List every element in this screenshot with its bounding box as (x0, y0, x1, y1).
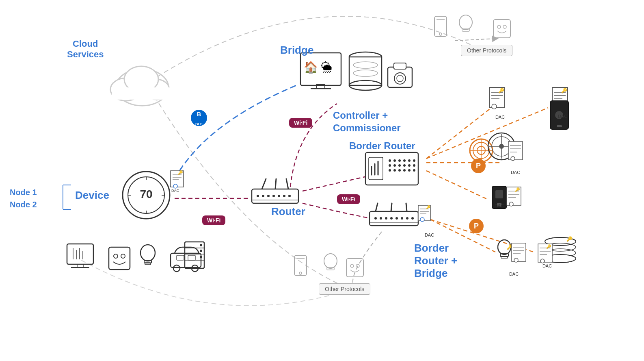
svg-text:DAC: DAC (171, 189, 179, 193)
svg-point-190 (173, 265, 180, 272)
svg-point-143 (514, 258, 518, 262)
svg-point-158 (540, 259, 545, 263)
svg-rect-137 (501, 256, 508, 258)
svg-rect-165 (493, 20, 510, 38)
svg-point-200 (200, 256, 202, 258)
monitor-device (67, 244, 93, 267)
svg-text:P: P (476, 162, 481, 170)
svg-rect-192 (177, 255, 184, 260)
svg-point-53 (389, 159, 391, 162)
wifi-badge-2: Wi·Fi (337, 194, 360, 204)
dac-doc-1: 🔑 (489, 87, 505, 109)
svg-point-55 (398, 159, 401, 162)
protocol-outlet-top (493, 20, 510, 38)
bridge-hub (349, 52, 382, 90)
svg-point-67 (398, 169, 401, 172)
svg-point-66 (393, 169, 396, 172)
svg-point-54 (393, 159, 396, 162)
svg-point-62 (403, 164, 406, 167)
svg-rect-45 (394, 63, 406, 69)
dac-label-7: DAC (422, 233, 437, 237)
svg-text:🔑: 🔑 (561, 87, 567, 94)
outlet-device (109, 247, 130, 270)
svg-point-167 (503, 25, 506, 28)
dac-doc-6: 🔑 (538, 244, 552, 263)
svg-point-198 (200, 244, 202, 246)
svg-text:B: B (197, 111, 201, 117)
svg-point-186 (140, 245, 155, 261)
svg-point-170 (299, 272, 302, 274)
svg-point-119 (499, 144, 504, 149)
dac-cert-device: DAC 🔑 (171, 170, 184, 193)
svg-line-22 (262, 179, 266, 189)
svg-rect-176 (67, 244, 93, 264)
svg-point-32 (288, 195, 291, 197)
svg-point-184 (114, 254, 118, 258)
svg-point-56 (403, 159, 406, 162)
cloud-services-label: Cloud Services (67, 39, 104, 60)
svg-line-74 (406, 203, 407, 211)
svg-point-163 (459, 15, 472, 30)
dac-label-6: DAC (507, 272, 521, 276)
svg-rect-114 (557, 125, 562, 127)
cloud-icon (110, 66, 171, 106)
svg-rect-40 (349, 57, 382, 85)
other-protocols-bottom: Other Protocols (319, 283, 370, 295)
bulb-device-left (140, 245, 155, 265)
matter-logo-1: P (471, 159, 486, 173)
svg-point-125 (511, 157, 515, 161)
dac-label-3: DAC (508, 170, 523, 175)
svg-point-57 (408, 159, 411, 162)
other-protocols-top: Other Protocols (461, 45, 512, 56)
svg-text:🔑: 🔑 (498, 87, 504, 94)
svg-rect-121 (508, 141, 523, 160)
svg-point-58 (413, 159, 415, 162)
controller-label: Controller + Commissioner (333, 109, 401, 134)
svg-rect-188 (145, 263, 151, 265)
dac-label-5: DAC (540, 263, 554, 268)
svg-point-162 (439, 33, 442, 35)
svg-text:🌦: 🌦 (321, 61, 332, 74)
svg-line-73 (391, 203, 392, 211)
svg-point-60 (393, 164, 396, 167)
svg-text:BLE: BLE (195, 122, 203, 126)
svg-point-63 (408, 164, 411, 167)
svg-text:🔑: 🔑 (426, 205, 431, 210)
svg-point-81 (401, 217, 403, 220)
border-router (365, 152, 418, 185)
dac-doc-4: 🔑 (507, 187, 521, 206)
protocol-phone-bottom (294, 255, 307, 276)
bridge-display: 🏠 🌦 (300, 53, 341, 89)
svg-rect-183 (109, 247, 130, 270)
svg-rect-139 (512, 243, 526, 261)
svg-rect-127 (495, 190, 503, 198)
svg-text:🔑: 🔑 (546, 244, 551, 249)
dac-label-2: DAC (555, 114, 570, 119)
border-router-label: Border Router (349, 140, 415, 152)
svg-point-82 (406, 217, 408, 220)
svg-point-78 (385, 217, 387, 220)
svg-point-19 (173, 184, 177, 188)
svg-point-29 (272, 195, 275, 197)
svg-point-79 (390, 217, 393, 220)
svg-text:🏠: 🏠 (304, 61, 318, 74)
svg-text:🔑: 🔑 (178, 170, 183, 175)
dac-doc-5 (512, 243, 526, 262)
svg-point-171 (324, 254, 337, 268)
device-label: Device (75, 189, 109, 202)
border-router-bridge-label: Border Router + Bridge (414, 242, 457, 280)
svg-point-61 (398, 164, 401, 167)
svg-line-24 (286, 179, 288, 189)
svg-text:🔑: 🔑 (566, 236, 573, 242)
svg-point-28 (267, 195, 270, 197)
svg-point-31 (283, 195, 285, 197)
svg-point-64 (413, 164, 415, 167)
border-router-bridge (370, 203, 418, 226)
svg-rect-4 (112, 87, 171, 100)
wifi-badge-3: Wi·Fi (202, 215, 225, 225)
bridge-camera (388, 63, 412, 87)
svg-point-68 (403, 169, 406, 172)
svg-line-72 (376, 203, 378, 211)
thermostat-device: 70 (123, 172, 170, 219)
svg-point-80 (395, 217, 398, 220)
